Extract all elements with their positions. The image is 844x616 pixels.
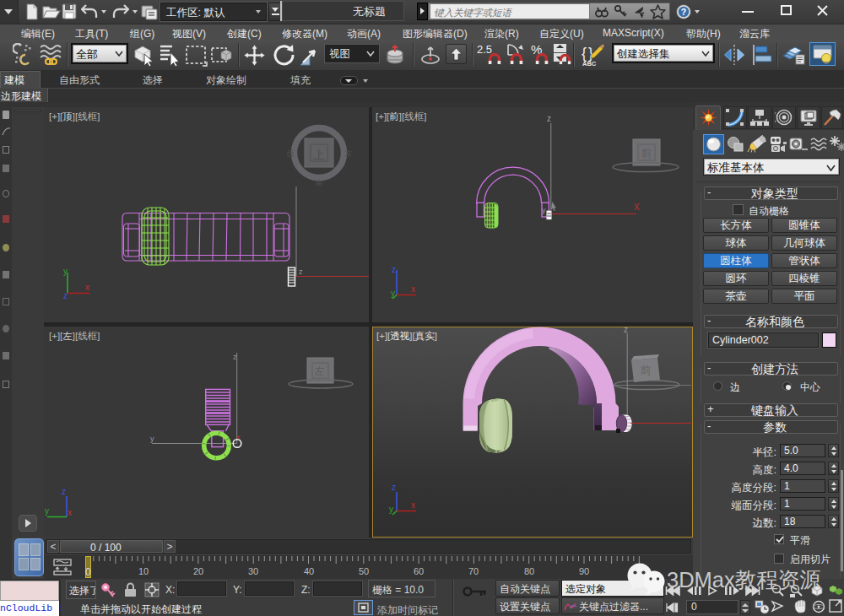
svg-text:y: y: [63, 267, 68, 276]
svg-text:y: y: [150, 435, 154, 443]
svg-text:y: y: [542, 206, 546, 214]
svg-text:z: z: [547, 114, 551, 123]
svg-text:y: y: [45, 506, 49, 516]
svg-text:?: ?: [681, 7, 686, 17]
svg-text:z: z: [392, 483, 396, 492]
svg-text:y: y: [391, 289, 395, 298]
svg-text:z: z: [233, 353, 237, 361]
svg-text:z: z: [62, 487, 66, 496]
svg-text:y: y: [389, 505, 393, 514]
svg-text:上: 上: [313, 148, 325, 161]
svg-text:x: x: [411, 284, 415, 294]
svg-text:左: 左: [314, 365, 325, 377]
svg-text:z: z: [299, 267, 303, 276]
svg-text:前: 前: [641, 147, 652, 159]
svg-text:10: 10: [138, 566, 149, 576]
svg-text:z: z: [63, 291, 68, 300]
svg-text:50: 50: [359, 566, 369, 576]
svg-text:ABC: ABC: [582, 60, 597, 67]
svg-text:z: z: [392, 265, 396, 274]
svg-text:40: 40: [304, 566, 314, 576]
svg-text:x: x: [85, 283, 89, 292]
svg-text:20: 20: [193, 566, 203, 576]
svg-text:60: 60: [414, 566, 424, 576]
svg-text:前: 前: [641, 364, 652, 376]
svg-text:90: 90: [579, 566, 589, 576]
svg-text:南: 南: [316, 179, 323, 187]
svg-text:z: z: [624, 327, 628, 334]
svg-text:80: 80: [524, 566, 534, 576]
svg-text:X: X: [634, 203, 640, 212]
svg-text:x: x: [68, 508, 72, 517]
svg-text:100: 100: [631, 566, 647, 576]
svg-text:{: {: [582, 45, 587, 62]
svg-text:西: 西: [287, 149, 295, 158]
svg-text:30: 30: [248, 566, 258, 576]
svg-text:}: }: [588, 45, 593, 62]
svg-text:东: 东: [344, 149, 353, 158]
svg-text:x: x: [411, 500, 415, 510]
svg-text:70: 70: [468, 566, 479, 576]
